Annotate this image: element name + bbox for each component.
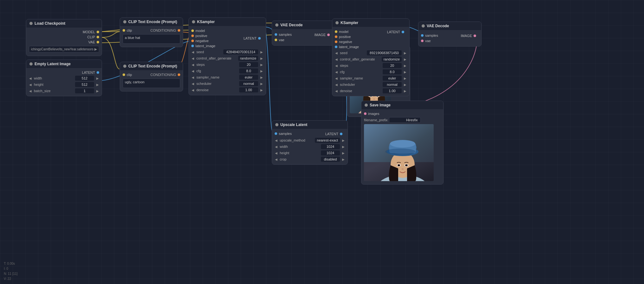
clip-text-2-input[interactable]: ugly, cartoon <box>123 79 180 88</box>
sampler1-left[interactable]: ◀ <box>191 75 195 79</box>
port-clip: CLIP <box>26 35 102 40</box>
seed1-label: seed <box>196 50 222 54</box>
width-label: width <box>34 76 74 80</box>
seed1-right[interactable]: ▶ <box>259 50 264 54</box>
upscale-latent-dot <box>275 123 278 126</box>
ksampler1-steps-row: ◀ steps 20 ▶ <box>189 61 266 68</box>
upscale-latent-body: samples LATENT ◀ upscale_method nearest-… <box>272 129 348 164</box>
vae-decode-2-node: VAE Decode samples vae IMAGE <box>418 22 481 47</box>
denoise2-right[interactable]: ▶ <box>403 89 407 93</box>
scheduler1-right[interactable]: ▶ <box>259 82 264 86</box>
vae-decode-1-body: samples vae IMAGE <box>272 29 335 45</box>
cag1-label: control_after_generate <box>196 56 237 60</box>
cfg1-left[interactable]: ◀ <box>191 69 195 73</box>
port-latent-out-1-dot <box>258 37 261 40</box>
refresh-icon[interactable]: ▶ <box>94 47 97 51</box>
seed2-left[interactable]: ◀ <box>334 51 339 55</box>
sampler1-right[interactable]: ▶ <box>259 75 264 79</box>
upscale-method-value: nearest-exact <box>315 138 340 143</box>
port-model-in-1-dot <box>191 29 194 32</box>
port-image-out-1: IMAGE <box>312 32 332 37</box>
svg-point-20 <box>390 140 415 148</box>
height-right-arrow[interactable]: ▶ <box>95 83 100 87</box>
port-latent-out-upscale-dot <box>340 133 342 135</box>
cfg2-left[interactable]: ◀ <box>334 70 339 74</box>
upscale-width-row: ◀ width 1024 ▶ <box>272 143 348 150</box>
port-latent-out-1-label: LATENT <box>244 36 257 40</box>
load-checkpoint-title: Load Checkpoint <box>35 21 65 26</box>
upscale-crop-right[interactable]: ▶ <box>341 157 346 161</box>
denoise1-right[interactable]: ▶ <box>259 88 264 92</box>
denoise2-left[interactable]: ◀ <box>334 89 339 93</box>
port-negative-in-1-dot <box>191 40 194 42</box>
upscale-method-left[interactable]: ◀ <box>274 138 278 142</box>
cag1-left[interactable]: ◀ <box>191 56 195 60</box>
port-images-in-save-dot <box>364 112 367 115</box>
width-right-arrow[interactable]: ▶ <box>95 76 100 80</box>
filename-prefix-value[interactable]: Hiresfix <box>389 117 421 123</box>
steps2-left[interactable]: ◀ <box>334 64 339 68</box>
port-clip-in-2-dot <box>123 73 125 76</box>
checkpoint-filename: ichingpCamtBelieveIts_newYear.safetensor… <box>31 47 93 51</box>
upscale-latent-title: Upscale Latent <box>280 123 307 127</box>
cag1-right[interactable]: ▶ <box>259 56 264 60</box>
scheduler1-left[interactable]: ◀ <box>191 82 195 86</box>
port-latent-dot <box>97 71 99 74</box>
ksampler1-sampler-row: ◀ sampler_name euler ▶ <box>189 74 266 80</box>
port-samples-in-2-dot <box>421 34 424 37</box>
seed2-label: seed <box>340 51 366 55</box>
save-image-body: images filename_prefix Hiresfix <box>361 109 443 184</box>
upscale-width-left[interactable]: ◀ <box>274 145 278 149</box>
upscale-height-left[interactable]: ◀ <box>274 151 278 155</box>
sampler2-right[interactable]: ▶ <box>403 76 407 80</box>
steps1-right[interactable]: ▶ <box>259 63 264 67</box>
cag2-right[interactable]: ▶ <box>403 57 407 61</box>
port-model-dot <box>97 31 99 33</box>
checkpoint-input[interactable]: ichingpCamtBelieveIts_newYear.safetensor… <box>29 46 99 53</box>
port-latent-out-upscale-label: LATENT <box>325 132 338 136</box>
upscale-height-label: height <box>280 151 320 155</box>
denoise1-left[interactable]: ◀ <box>191 88 195 92</box>
port-latent-out-2: LATENT <box>385 29 407 35</box>
cag2-left[interactable]: ◀ <box>334 57 339 61</box>
width-left-arrow[interactable]: ◀ <box>28 76 33 80</box>
port-conditioning-1-label: CONDITIONING <box>132 28 176 32</box>
status-v: V: 22 <box>4 276 17 281</box>
port-negative-in-2-label: negative <box>339 40 352 44</box>
clip-text-1-input[interactable]: a blue hat <box>123 34 180 44</box>
save-image-preview-canvas <box>364 124 434 181</box>
batch-left-arrow[interactable]: ◀ <box>28 89 33 93</box>
port-positive-in-2-label: positive <box>339 35 351 39</box>
port-latent-out-2-dot <box>402 31 404 33</box>
upscale-method-right[interactable]: ▶ <box>341 138 346 142</box>
vae-decode-1-title: VAE Decode <box>280 23 303 27</box>
upscale-height-right[interactable]: ▶ <box>341 151 346 155</box>
empty-latent-header: Empty Latent Image <box>26 60 102 68</box>
seed2-right[interactable]: ▶ <box>403 51 407 55</box>
seed1-left[interactable]: ◀ <box>191 50 195 54</box>
port-vae-in-2: vae <box>421 39 438 43</box>
steps1-left[interactable]: ◀ <box>191 63 195 67</box>
cfg2-right[interactable]: ▶ <box>403 70 407 74</box>
seed1-value: 428484070301314 <box>223 49 258 54</box>
scheduler2-left[interactable]: ◀ <box>334 83 339 87</box>
height-left-arrow[interactable]: ◀ <box>28 83 33 87</box>
batch-right-arrow[interactable]: ▶ <box>95 89 100 93</box>
port-model-in-2-dot <box>335 30 337 33</box>
scheduler2-right[interactable]: ▶ <box>403 83 407 87</box>
load-checkpoint-node: Load Checkpoint MODEL CLIP VAE ichingpCa… <box>26 19 102 56</box>
port-vae-label: VAE <box>88 40 95 44</box>
port-image-out-2: IMAGE <box>458 33 479 38</box>
field-height: ◀ height 512 ▶ <box>26 81 102 88</box>
steps2-right[interactable]: ▶ <box>403 64 407 68</box>
cag2-value: randomize <box>382 57 402 62</box>
cfg1-right[interactable]: ▶ <box>259 69 264 73</box>
port-clip-in-1: clip CONDITIONING <box>120 28 183 33</box>
upscale-crop-left[interactable]: ◀ <box>274 157 278 161</box>
port-latent-in-1-label: latent_image <box>195 44 215 48</box>
port-positive-in-1-dot <box>191 35 194 37</box>
port-positive-in-2-dot <box>335 35 337 38</box>
ksampler-2-node: KSampler model positive negative la <box>332 18 410 96</box>
upscale-width-right[interactable]: ▶ <box>341 145 346 149</box>
sampler2-left[interactable]: ◀ <box>334 76 339 80</box>
